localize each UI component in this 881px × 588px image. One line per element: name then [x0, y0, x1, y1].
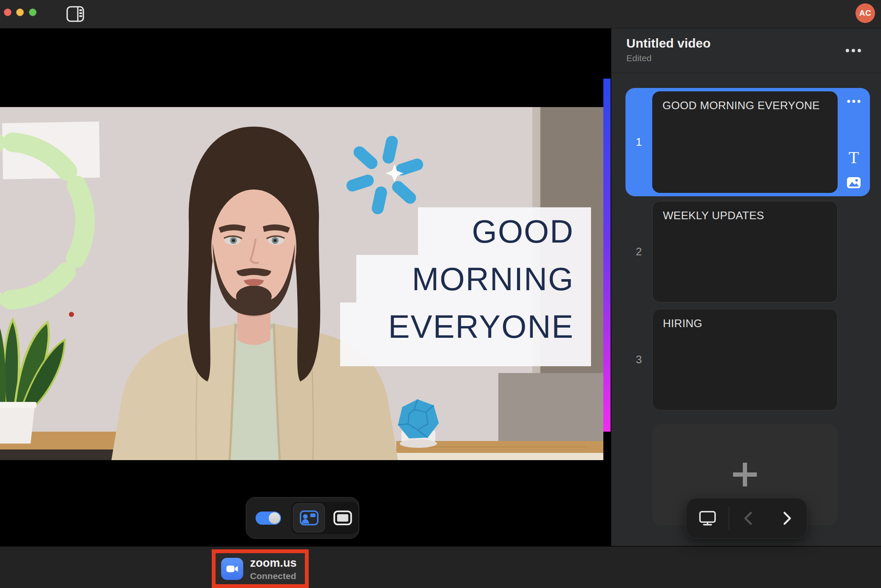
previous-scene-button[interactable]: [729, 498, 767, 539]
video-overlay-line-3: EVERYONE: [340, 302, 591, 366]
scene-card[interactable]: WEEKLY UPDATES: [652, 201, 838, 302]
scene-tools: T: [838, 88, 870, 196]
camera-layout-controls: [246, 497, 359, 539]
app-window: AC: [0, 0, 881, 588]
scene-card[interactable]: HIRING: [652, 309, 838, 410]
scene-progress-gradient-strip: [603, 79, 611, 432]
screen-icon: [333, 510, 352, 526]
project-header: Untitled video Edited: [611, 28, 881, 73]
video-overlay-line-2: MORNING: [356, 255, 591, 302]
scene-item-2[interactable]: 2 WEEKLY UPDATES: [625, 201, 870, 302]
chevron-left-icon: [743, 511, 754, 526]
zoom-app-name: zoom.us: [250, 557, 297, 570]
close-button[interactable]: [4, 8, 11, 16]
scene-card[interactable]: GOOD MORNING EVERYONE: [652, 91, 838, 193]
titlebar: AC: [0, 0, 881, 28]
mode-camera-with-slides-button[interactable]: [293, 503, 325, 532]
scene-number: 3: [625, 309, 652, 410]
avatar[interactable]: AC: [855, 3, 875, 23]
image-icon: [847, 176, 861, 189]
minimize-button[interactable]: [16, 8, 24, 16]
scene-navigation-bar: [686, 498, 807, 539]
scene-item-1-selected[interactable]: 1 GOOD MORNING EVERYONE T: [625, 88, 870, 196]
layout-mode-segmented-control: [291, 502, 358, 534]
project-title: Untitled video: [626, 36, 710, 51]
mode-slides-only-button[interactable]: [327, 503, 358, 532]
scenes-sidebar: Untitled video Edited 1 GOOD MORNING EVE…: [611, 28, 881, 546]
picture-in-picture-icon: [300, 510, 318, 526]
fullscreen-button[interactable]: [29, 8, 37, 16]
media-tool-button[interactable]: [845, 175, 863, 191]
text-tool-button[interactable]: T: [847, 147, 861, 168]
scene-item-3[interactable]: 3 HIRING: [625, 309, 870, 410]
sidebar-toggle-button[interactable]: [65, 5, 85, 23]
video-stage: GOOD MORNING EVERYONE: [0, 28, 611, 546]
toggle-knob: [269, 512, 280, 524]
scene-number: 1: [625, 88, 652, 196]
project-status: Edited: [626, 53, 652, 63]
zoom-app-icon: [221, 558, 243, 580]
sidebar-panel-icon: [66, 6, 84, 22]
plus-icon: [733, 463, 757, 486]
project-menu-button[interactable]: [843, 46, 864, 55]
video-preview: GOOD MORNING EVERYONE: [0, 107, 603, 460]
display-icon: [699, 511, 716, 526]
next-scene-button[interactable]: [767, 498, 807, 539]
chevron-right-icon: [782, 511, 793, 526]
zoom-integration-highlight: zoom.us Connected: [212, 549, 309, 588]
camera-toggle[interactable]: [256, 512, 281, 525]
bottom-toolbar: zoom.us Connected Record: [0, 546, 881, 588]
present-display-button[interactable]: [686, 498, 729, 539]
zoom-connection-status: Connected: [250, 571, 297, 581]
video-overlay-line-1: GOOD: [418, 207, 591, 255]
scene-more-options-button[interactable]: [846, 98, 862, 105]
zoom-integration-button[interactable]: zoom.us Connected: [216, 553, 305, 584]
scene-number: 2: [625, 201, 652, 302]
